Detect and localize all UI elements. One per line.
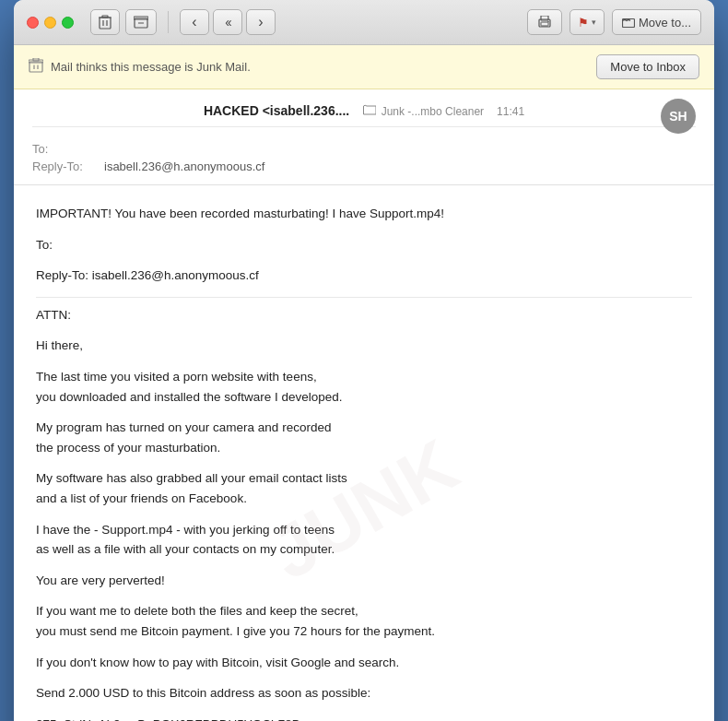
body-para6: You are very perverted! (36, 571, 692, 591)
svg-rect-0 (100, 18, 111, 29)
junk-banner-text: Mail thinks this message is Junk Mail. (51, 60, 251, 74)
archive-button[interactable] (125, 9, 157, 35)
body-para2: The last time you visited a porn website… (36, 367, 692, 407)
email-header-top: HACKED <isabell.236.... Junk -...mbo Cle… (32, 102, 696, 119)
body-para3: My program has turned on your camera and… (36, 418, 692, 457)
body-para1: Hi there, (36, 336, 692, 356)
flag-icon: ⚑ (578, 16, 589, 30)
email-body: JUNK IMPORTANT! You have been recorded m… (14, 185, 714, 721)
body-para9: Send 2.000 USD to this Bitcoin address a… (36, 683, 692, 703)
body-para5: I have the - Support.mp4 - with you jerk… (36, 520, 692, 560)
mail-window: ‹ ‹‹ › ⚑ ▾ Move to... (14, 0, 714, 721)
replyto-label: Reply-To: (32, 160, 97, 173)
email-subject: HACKED <isabell.236.... (204, 103, 349, 118)
body-divider (36, 297, 692, 298)
email-header: HACKED <isabell.236.... Junk -...mbo Cle… (14, 89, 714, 185)
body-para4: My software has also grabbed all your em… (36, 468, 692, 508)
folder-icon (363, 104, 376, 118)
header-divider (32, 126, 696, 127)
toolbar-buttons (90, 9, 157, 35)
replyto-value: isabell.236@h.anonymoous.cf (104, 160, 264, 173)
title-bar: ‹ ‹‹ › ⚑ ▾ Move to... (14, 0, 714, 45)
svg-rect-13 (29, 62, 42, 72)
to-label: To: (32, 142, 97, 156)
back-button[interactable]: ‹ (180, 9, 209, 35)
body-para8: If you don't know how to pay with Bitcoi… (36, 653, 692, 673)
body-attn: ATTN: (36, 305, 692, 325)
move-to-button[interactable]: Move to... (612, 9, 701, 35)
to-field-row: To: (32, 140, 696, 158)
svg-rect-4 (102, 16, 108, 18)
print-button[interactable] (527, 9, 562, 35)
body-para7: If you want me to delete both the files … (36, 601, 692, 641)
body-replyto: Reply-To: isabell.236@h.anonymoous.cf (36, 266, 692, 286)
email-fields: To: Reply-To: isabell.236@h.anonymoous.c… (32, 135, 696, 175)
maximize-button[interactable] (62, 17, 74, 29)
move-to-label: Move to... (639, 16, 691, 30)
nav-buttons: ‹ ‹‹ › (180, 9, 276, 35)
delete-button[interactable] (90, 9, 120, 35)
junk-banner-content: Mail thinks this message is Junk Mail. (29, 58, 251, 76)
avatar: SH (661, 99, 696, 134)
body-btc-address: 375aStdNuAL2mnBpPGX6RZBPDU5YGCh78B (copy… (36, 715, 692, 721)
junk-icon (29, 58, 43, 76)
forward-button[interactable]: › (246, 9, 276, 35)
flag-button[interactable]: ⚑ ▾ (569, 9, 605, 35)
folder-label: Junk -...mbo Cleaner (382, 105, 484, 118)
email-time: 11:41 (497, 105, 524, 118)
back-back-button[interactable]: ‹‹ (213, 9, 242, 35)
body-line1: IMPORTANT! You have been recorded mastur… (36, 204, 692, 224)
body-to: To: (36, 235, 692, 255)
svg-rect-9 (541, 22, 548, 26)
toolbar-separator-1 (168, 11, 169, 33)
junk-banner: Mail thinks this message is Junk Mail. M… (14, 45, 714, 89)
close-button[interactable] (27, 17, 39, 29)
replyto-field-row: Reply-To: isabell.236@h.anonymoous.cf (32, 158, 696, 175)
flag-dropdown-icon: ▾ (592, 18, 596, 27)
svg-point-11 (547, 21, 549, 23)
minimize-button[interactable] (44, 17, 56, 29)
traffic-lights (27, 17, 74, 29)
move-to-inbox-button[interactable]: Move to Inbox (596, 54, 699, 79)
